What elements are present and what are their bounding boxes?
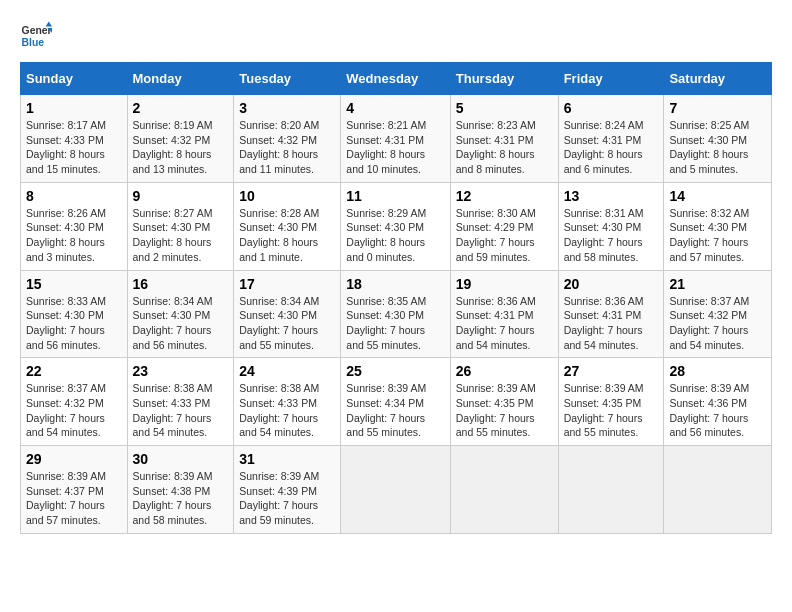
calendar-cell: 2 Sunrise: 8:19 AMSunset: 4:32 PMDayligh… <box>127 95 234 183</box>
day-detail: Sunrise: 8:36 AMSunset: 4:31 PMDaylight:… <box>564 295 644 351</box>
calendar-cell: 16 Sunrise: 8:34 AMSunset: 4:30 PMDaylig… <box>127 270 234 358</box>
calendar-cell: 17 Sunrise: 8:34 AMSunset: 4:30 PMDaylig… <box>234 270 341 358</box>
calendar-header-friday: Friday <box>558 63 664 95</box>
page-header: General Blue <box>20 20 772 52</box>
day-number: 31 <box>239 451 335 467</box>
day-detail: Sunrise: 8:20 AMSunset: 4:32 PMDaylight:… <box>239 119 319 175</box>
calendar-cell: 29 Sunrise: 8:39 AMSunset: 4:37 PMDaylig… <box>21 446 128 534</box>
day-number: 13 <box>564 188 659 204</box>
day-detail: Sunrise: 8:29 AMSunset: 4:30 PMDaylight:… <box>346 207 426 263</box>
day-detail: Sunrise: 8:39 AMSunset: 4:36 PMDaylight:… <box>669 382 749 438</box>
calendar-cell: 18 Sunrise: 8:35 AMSunset: 4:30 PMDaylig… <box>341 270 450 358</box>
svg-text:Blue: Blue <box>22 37 45 48</box>
logo-icon: General Blue <box>20 20 52 52</box>
svg-text:General: General <box>22 25 52 36</box>
calendar-cell: 6 Sunrise: 8:24 AMSunset: 4:31 PMDayligh… <box>558 95 664 183</box>
calendar-cell: 30 Sunrise: 8:39 AMSunset: 4:38 PMDaylig… <box>127 446 234 534</box>
day-detail: Sunrise: 8:37 AMSunset: 4:32 PMDaylight:… <box>26 382 106 438</box>
day-number: 2 <box>133 100 229 116</box>
calendar-cell: 12 Sunrise: 8:30 AMSunset: 4:29 PMDaylig… <box>450 182 558 270</box>
calendar-cell: 21 Sunrise: 8:37 AMSunset: 4:32 PMDaylig… <box>664 270 772 358</box>
day-detail: Sunrise: 8:39 AMSunset: 4:34 PMDaylight:… <box>346 382 426 438</box>
day-number: 5 <box>456 100 553 116</box>
calendar-cell: 27 Sunrise: 8:39 AMSunset: 4:35 PMDaylig… <box>558 358 664 446</box>
calendar-cell: 4 Sunrise: 8:21 AMSunset: 4:31 PMDayligh… <box>341 95 450 183</box>
day-number: 22 <box>26 363 122 379</box>
calendar-cell: 8 Sunrise: 8:26 AMSunset: 4:30 PMDayligh… <box>21 182 128 270</box>
day-number: 11 <box>346 188 444 204</box>
day-detail: Sunrise: 8:39 AMSunset: 4:35 PMDaylight:… <box>456 382 536 438</box>
logo: General Blue <box>20 20 56 52</box>
calendar-cell: 23 Sunrise: 8:38 AMSunset: 4:33 PMDaylig… <box>127 358 234 446</box>
calendar-table: SundayMondayTuesdayWednesdayThursdayFrid… <box>20 62 772 534</box>
day-detail: Sunrise: 8:31 AMSunset: 4:30 PMDaylight:… <box>564 207 644 263</box>
day-detail: Sunrise: 8:38 AMSunset: 4:33 PMDaylight:… <box>239 382 319 438</box>
day-detail: Sunrise: 8:39 AMSunset: 4:35 PMDaylight:… <box>564 382 644 438</box>
calendar-header-sunday: Sunday <box>21 63 128 95</box>
calendar-cell: 1 Sunrise: 8:17 AMSunset: 4:33 PMDayligh… <box>21 95 128 183</box>
day-number: 24 <box>239 363 335 379</box>
day-number: 28 <box>669 363 766 379</box>
day-number: 25 <box>346 363 444 379</box>
calendar-header-thursday: Thursday <box>450 63 558 95</box>
day-detail: Sunrise: 8:30 AMSunset: 4:29 PMDaylight:… <box>456 207 536 263</box>
calendar-cell: 14 Sunrise: 8:32 AMSunset: 4:30 PMDaylig… <box>664 182 772 270</box>
day-detail: Sunrise: 8:21 AMSunset: 4:31 PMDaylight:… <box>346 119 426 175</box>
calendar-cell: 25 Sunrise: 8:39 AMSunset: 4:34 PMDaylig… <box>341 358 450 446</box>
calendar-cell: 3 Sunrise: 8:20 AMSunset: 4:32 PMDayligh… <box>234 95 341 183</box>
day-number: 26 <box>456 363 553 379</box>
day-number: 27 <box>564 363 659 379</box>
calendar-cell: 11 Sunrise: 8:29 AMSunset: 4:30 PMDaylig… <box>341 182 450 270</box>
day-number: 1 <box>26 100 122 116</box>
day-detail: Sunrise: 8:39 AMSunset: 4:39 PMDaylight:… <box>239 470 319 526</box>
day-number: 19 <box>456 276 553 292</box>
calendar-header-tuesday: Tuesday <box>234 63 341 95</box>
calendar-cell <box>558 446 664 534</box>
calendar-header-row: SundayMondayTuesdayWednesdayThursdayFrid… <box>21 63 772 95</box>
day-detail: Sunrise: 8:34 AMSunset: 4:30 PMDaylight:… <box>133 295 213 351</box>
calendar-cell: 9 Sunrise: 8:27 AMSunset: 4:30 PMDayligh… <box>127 182 234 270</box>
day-number: 4 <box>346 100 444 116</box>
calendar-cell: 10 Sunrise: 8:28 AMSunset: 4:30 PMDaylig… <box>234 182 341 270</box>
svg-marker-2 <box>46 22 52 27</box>
calendar-header-saturday: Saturday <box>664 63 772 95</box>
day-detail: Sunrise: 8:24 AMSunset: 4:31 PMDaylight:… <box>564 119 644 175</box>
calendar-cell: 7 Sunrise: 8:25 AMSunset: 4:30 PMDayligh… <box>664 95 772 183</box>
day-number: 3 <box>239 100 335 116</box>
day-detail: Sunrise: 8:26 AMSunset: 4:30 PMDaylight:… <box>26 207 106 263</box>
day-number: 8 <box>26 188 122 204</box>
day-number: 9 <box>133 188 229 204</box>
day-number: 16 <box>133 276 229 292</box>
calendar-week-row: 29 Sunrise: 8:39 AMSunset: 4:37 PMDaylig… <box>21 446 772 534</box>
day-number: 6 <box>564 100 659 116</box>
calendar-cell <box>450 446 558 534</box>
calendar-week-row: 8 Sunrise: 8:26 AMSunset: 4:30 PMDayligh… <box>21 182 772 270</box>
calendar-cell: 13 Sunrise: 8:31 AMSunset: 4:30 PMDaylig… <box>558 182 664 270</box>
day-number: 23 <box>133 363 229 379</box>
day-detail: Sunrise: 8:32 AMSunset: 4:30 PMDaylight:… <box>669 207 749 263</box>
day-detail: Sunrise: 8:38 AMSunset: 4:33 PMDaylight:… <box>133 382 213 438</box>
day-detail: Sunrise: 8:35 AMSunset: 4:30 PMDaylight:… <box>346 295 426 351</box>
calendar-cell <box>664 446 772 534</box>
calendar-week-row: 15 Sunrise: 8:33 AMSunset: 4:30 PMDaylig… <box>21 270 772 358</box>
day-number: 18 <box>346 276 444 292</box>
calendar-week-row: 22 Sunrise: 8:37 AMSunset: 4:32 PMDaylig… <box>21 358 772 446</box>
day-detail: Sunrise: 8:28 AMSunset: 4:30 PMDaylight:… <box>239 207 319 263</box>
calendar-header-monday: Monday <box>127 63 234 95</box>
calendar-cell: 26 Sunrise: 8:39 AMSunset: 4:35 PMDaylig… <box>450 358 558 446</box>
calendar-cell: 28 Sunrise: 8:39 AMSunset: 4:36 PMDaylig… <box>664 358 772 446</box>
day-number: 14 <box>669 188 766 204</box>
calendar-cell: 5 Sunrise: 8:23 AMSunset: 4:31 PMDayligh… <box>450 95 558 183</box>
calendar-cell: 22 Sunrise: 8:37 AMSunset: 4:32 PMDaylig… <box>21 358 128 446</box>
calendar-cell: 24 Sunrise: 8:38 AMSunset: 4:33 PMDaylig… <box>234 358 341 446</box>
day-detail: Sunrise: 8:39 AMSunset: 4:38 PMDaylight:… <box>133 470 213 526</box>
day-number: 20 <box>564 276 659 292</box>
day-number: 7 <box>669 100 766 116</box>
day-number: 10 <box>239 188 335 204</box>
day-number: 17 <box>239 276 335 292</box>
day-number: 12 <box>456 188 553 204</box>
day-detail: Sunrise: 8:33 AMSunset: 4:30 PMDaylight:… <box>26 295 106 351</box>
calendar-cell: 31 Sunrise: 8:39 AMSunset: 4:39 PMDaylig… <box>234 446 341 534</box>
day-detail: Sunrise: 8:19 AMSunset: 4:32 PMDaylight:… <box>133 119 213 175</box>
calendar-week-row: 1 Sunrise: 8:17 AMSunset: 4:33 PMDayligh… <box>21 95 772 183</box>
